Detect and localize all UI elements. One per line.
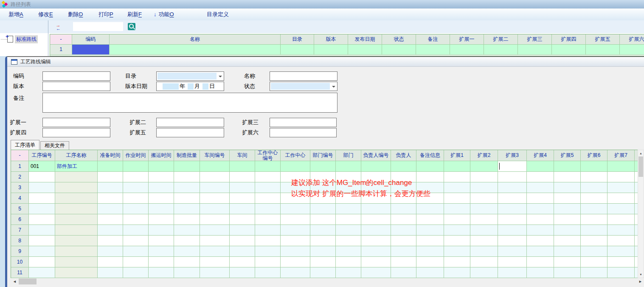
cell[interactable] — [255, 257, 281, 267]
cell[interactable] — [498, 161, 527, 172]
row-number[interactable]: 1 — [50, 45, 72, 55]
row-number[interactable]: 6 — [11, 214, 29, 225]
cell[interactable] — [607, 236, 635, 246]
cell[interactable] — [123, 182, 149, 193]
cell[interactable] — [607, 182, 635, 193]
cell[interactable] — [336, 267, 361, 278]
code-input[interactable] — [42, 71, 110, 81]
horizontal-scrollbar[interactable]: ◄ ► — [11, 278, 644, 285]
column-header[interactable]: 扩展三 — [518, 34, 552, 45]
cell[interactable] — [72, 45, 110, 55]
cell[interactable] — [281, 246, 310, 257]
cell[interactable] — [527, 193, 554, 204]
cell[interactable] — [554, 182, 581, 193]
menu-item-1[interactable]: 新增A — [8, 9, 23, 20]
cell[interactable] — [498, 236, 527, 246]
cell[interactable] — [527, 257, 554, 267]
cell[interactable] — [416, 214, 444, 225]
catalog-combobox[interactable] — [156, 71, 224, 81]
cell[interactable] — [310, 267, 336, 278]
row-number[interactable]: 9 — [11, 246, 29, 257]
cell[interactable] — [255, 236, 281, 246]
cell[interactable] — [255, 193, 281, 204]
cell[interactable] — [498, 172, 527, 182]
cell[interactable] — [416, 225, 444, 236]
cell[interactable] — [230, 204, 255, 214]
cell[interactable] — [361, 225, 391, 236]
cell[interactable] — [361, 214, 391, 225]
cell[interactable] — [200, 257, 230, 267]
ext2-input[interactable] — [156, 118, 224, 127]
cell[interactable] — [527, 236, 554, 246]
cell[interactable] — [527, 214, 554, 225]
cell[interactable] — [607, 257, 635, 267]
column-header[interactable]: 版本 — [314, 34, 348, 45]
cell[interactable] — [620, 45, 644, 55]
cell[interactable] — [230, 172, 255, 182]
cell[interactable] — [527, 267, 554, 278]
column-header[interactable]: 扩展1 — [444, 150, 470, 161]
column-header[interactable]: 工作中心 — [281, 150, 310, 161]
cell[interactable] — [607, 204, 635, 214]
cell[interactable] — [29, 182, 55, 193]
cell[interactable] — [29, 172, 55, 182]
ext1-input[interactable] — [42, 118, 110, 127]
cell[interactable] — [581, 172, 607, 182]
cell[interactable] — [200, 193, 230, 204]
cell[interactable] — [281, 225, 310, 236]
cell[interactable] — [554, 161, 581, 172]
column-header[interactable]: 扩展3 — [498, 150, 527, 161]
row-number[interactable]: 4 — [11, 193, 29, 204]
cell[interactable] — [255, 267, 281, 278]
column-header[interactable]: 扩展六 — [620, 34, 644, 45]
cell[interactable] — [581, 267, 607, 278]
cell[interactable] — [444, 204, 470, 214]
cell[interactable] — [310, 204, 336, 214]
cell[interactable] — [55, 246, 98, 257]
cell[interactable] — [416, 45, 450, 55]
cell[interactable] — [391, 267, 416, 278]
remark-textarea[interactable] — [42, 93, 337, 113]
cell[interactable] — [200, 161, 230, 172]
cell[interactable] — [361, 236, 391, 246]
cell[interactable] — [149, 161, 174, 172]
column-header[interactable]: 发布日期 — [348, 34, 382, 45]
cell[interactable] — [149, 214, 174, 225]
cell[interactable] — [518, 45, 552, 55]
cell[interactable] — [581, 246, 607, 257]
search-icon[interactable] — [128, 23, 135, 30]
cell[interactable] — [527, 246, 554, 257]
cell[interactable] — [444, 257, 470, 267]
column-header[interactable]: 目录 — [281, 34, 314, 45]
cell[interactable] — [498, 257, 527, 267]
cell[interactable] — [444, 182, 470, 193]
cell[interactable] — [391, 161, 416, 172]
column-header[interactable]: 扩展7 — [607, 150, 635, 161]
column-header[interactable]: 扩展4 — [527, 150, 554, 161]
column-header[interactable]: 备注信息 — [416, 150, 444, 161]
cell[interactable] — [382, 45, 416, 55]
cell[interactable] — [444, 193, 470, 204]
cell[interactable] — [55, 236, 98, 246]
vertical-scrollbar[interactable]: ▲ ▼ — [638, 150, 644, 278]
cell[interactable] — [281, 204, 310, 214]
row-number[interactable]: 8 — [11, 236, 29, 246]
cell[interactable] — [149, 182, 174, 193]
cell[interactable] — [174, 161, 200, 172]
column-header[interactable]: 部门编号 — [310, 150, 336, 161]
column-header[interactable]: 扩展5 — [554, 150, 581, 161]
row-number[interactable]: 5 — [11, 204, 29, 214]
cell[interactable] — [470, 214, 498, 225]
column-header[interactable]: 车间编号 — [200, 150, 230, 161]
tree-item-standard-route[interactable]: + 标准路线 — [1, 35, 38, 43]
cell[interactable] — [470, 267, 498, 278]
cell[interactable] — [416, 267, 444, 278]
cell[interactable] — [149, 246, 174, 257]
cell[interactable] — [444, 172, 470, 182]
cell[interactable] — [310, 246, 336, 257]
cell[interactable] — [581, 182, 607, 193]
cell[interactable] — [607, 161, 635, 172]
cell[interactable] — [391, 204, 416, 214]
cell[interactable] — [607, 214, 635, 225]
horizontal-scroll-thumb[interactable] — [19, 278, 37, 284]
